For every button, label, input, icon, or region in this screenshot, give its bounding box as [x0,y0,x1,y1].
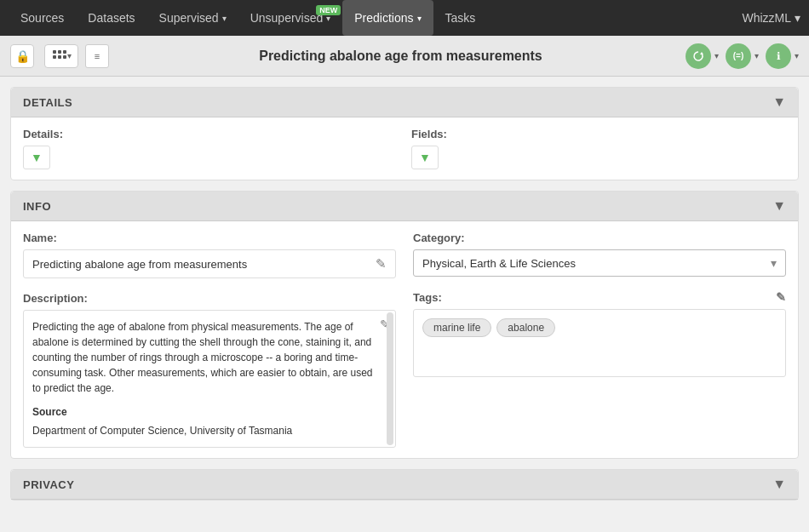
source-label: Source [32,404,378,420]
svg-marker-6 [700,52,703,54]
nav-tasks[interactable]: Tasks [433,0,488,36]
privacy-toggle-icon[interactable]: ▼ [772,477,786,492]
fields-control: ▼ [411,146,786,169]
tree-icon [52,49,67,63]
main-nav: Sources Datasets Supervised ▾ Unsupervis… [0,0,809,36]
category-select[interactable]: Physical, Earth & Life Sciences ▾ [413,249,786,277]
main-content: DETAILS ▼ Details: ▼ Fields: ▼ [0,77,809,532]
supervised-caret: ▾ [222,14,227,23]
info-section: INFO ▼ Name: Predicting abalone age from… [10,191,799,459]
privacy-section-title: PRIVACY [23,478,74,491]
fields-expand-btn[interactable]: ▼ [411,146,439,169]
refresh-icon [692,50,704,62]
privacy-section: PRIVACY ▼ [10,469,799,501]
tags-container: Tags: ✎ marine life abalone [413,290,786,377]
nav-predictions[interactable]: Predictions ▾ [342,0,433,36]
details-col-right: Fields: ▼ [411,128,786,169]
new-badge: NEW [316,5,341,15]
nav-datasets[interactable]: Datasets [76,0,146,36]
tree-button[interactable]: ▾ [44,44,78,68]
info-section-body: Name: Predicting abalone age from measur… [11,221,798,458]
name-value: Predicting abalone age from measurements [32,258,247,271]
svg-rect-2 [63,50,66,54]
tags-label-row: Tags: ✎ [413,290,786,304]
nav-sources[interactable]: Sources [9,0,76,36]
details-section: DETAILS ▼ Details: ▼ Fields: ▼ [10,87,799,180]
category-value: Physical, Earth & Life Sciences [422,257,576,270]
toolbar: 🔒 ▾ ≡ Predicting abalone age from measur… [0,36,809,77]
details-control: ▼ [23,146,398,169]
formula-button[interactable]: (=) [726,43,751,69]
nav-supervised[interactable]: Supervised ▾ [147,0,238,36]
tags-label: Tags: [413,291,442,304]
info-row: Name: Predicting abalone age from measur… [23,232,786,448]
source-text: Department of Computer Science, Universi… [32,423,378,438]
toolbar-title: Predicting abalone age from measurements [123,49,679,64]
tags-area: marine life abalone [413,309,786,377]
svg-rect-0 [53,50,56,54]
name-label: Name: [23,232,396,244]
svg-rect-4 [58,55,61,59]
description-scrollbar[interactable] [387,312,393,445]
svg-rect-1 [58,50,61,54]
description-field: ✎ Predicting the age of abalone from phy… [23,310,396,448]
details-row: Details: ▼ Fields: ▼ [23,128,786,169]
svg-rect-5 [63,55,66,59]
details-toggle-icon[interactable]: ▼ [772,94,786,110]
toolbar-actions: ▾ (=) ▾ ℹ ▾ [686,43,799,69]
info-dropdown[interactable]: ▾ [795,51,799,60]
details-label: Details: [23,128,398,140]
fields-label: Fields: [411,128,786,140]
name-field: Predicting abalone age from measurements… [23,249,396,278]
details-section-header[interactable]: DETAILS ▼ [11,88,798,117]
description-label: Description: [23,292,88,305]
list-icon-button[interactable]: ≡ [85,44,109,68]
description-text: Predicting the age of abalone from physi… [32,319,378,396]
tag-marine-life: marine life [422,318,491,337]
lock-button[interactable]: 🔒 [10,44,34,68]
info-toggle-icon[interactable]: ▼ [772,198,786,214]
details-expand-btn[interactable]: ▼ [23,146,50,169]
predictions-caret: ▾ [417,14,422,23]
refresh-button[interactable] [686,43,711,69]
info-section-title: INFO [23,200,51,213]
category-dropdown-icon: ▾ [771,256,777,270]
info-section-header[interactable]: INFO ▼ [11,192,798,221]
info-button[interactable]: ℹ [766,43,791,69]
details-section-title: DETAILS [23,96,72,109]
details-section-body: Details: ▼ Fields: ▼ [11,117,798,180]
user-menu[interactable]: WhizzML ▾ [742,11,800,25]
tags-edit-icon[interactable]: ✎ [776,290,786,304]
info-right-col: Category: Physical, Earth & Life Science… [413,232,786,448]
details-col-left: Details: ▼ [23,128,398,169]
info-left-col: Name: Predicting abalone age from measur… [23,232,396,448]
refresh-dropdown[interactable]: ▾ [714,51,719,60]
category-label: Category: [413,232,786,244]
nav-unsupervised[interactable]: Unsupervised NEW ▾ [238,0,343,36]
name-edit-icon[interactable]: ✎ [376,256,387,272]
svg-rect-3 [53,55,56,59]
privacy-section-header[interactable]: PRIVACY ▼ [11,470,798,500]
tag-abalone: abalone [496,318,555,337]
formula-dropdown[interactable]: ▾ [754,51,759,60]
